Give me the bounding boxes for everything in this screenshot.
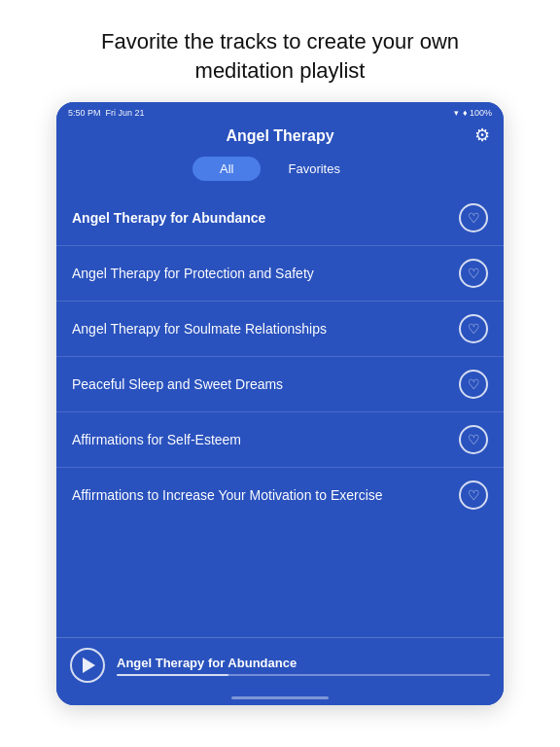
track-name: Peaceful Sleep and Sweet Dreams bbox=[72, 376, 459, 392]
track-name: Angel Therapy for Protection and Safety bbox=[72, 266, 459, 281]
status-right: ▾ ♦ 100% bbox=[454, 108, 492, 118]
signal-text: ♦ 100% bbox=[463, 108, 492, 118]
track-name: Affirmations for Self-Esteem bbox=[72, 432, 459, 447]
track-item[interactable]: Affirmations for Self-Esteem♡ bbox=[56, 412, 504, 468]
page-header: Favorite the tracks to create your own m… bbox=[62, 0, 498, 102]
app-header: Angel Therapy ⚙ bbox=[56, 120, 504, 151]
favorite-button[interactable]: ♡ bbox=[459, 370, 488, 399]
favorite-button[interactable]: ♡ bbox=[459, 314, 488, 343]
phone-mockup: 5:50 PM Fri Jun 21 ▾ ♦ 100% Angel Therap… bbox=[56, 102, 504, 705]
favorite-button[interactable]: ♡ bbox=[459, 259, 488, 288]
status-time: 5:50 PM Fri Jun 21 bbox=[68, 108, 145, 118]
player-bar: Angel Therapy for Abundance bbox=[56, 637, 504, 696]
player-progress-fill bbox=[117, 674, 228, 676]
app-title: Angel Therapy bbox=[226, 127, 333, 145]
status-bar: 5:50 PM Fri Jun 21 ▾ ♦ 100% bbox=[56, 102, 504, 120]
favorite-button[interactable]: ♡ bbox=[459, 203, 488, 232]
track-item[interactable]: Angel Therapy for Soulmate Relationships… bbox=[56, 302, 504, 357]
favorite-button[interactable]: ♡ bbox=[459, 480, 488, 510]
track-item[interactable]: Affirmations to Increase Your Motivation… bbox=[56, 468, 504, 522]
header-text-line2: meditation playlist bbox=[195, 58, 366, 83]
track-name: Affirmations to Increase Your Motivation… bbox=[72, 487, 459, 503]
tab-bar: All Favorites bbox=[56, 151, 504, 191]
tab-favorites[interactable]: Favorites bbox=[261, 157, 367, 181]
favorite-button[interactable]: ♡ bbox=[459, 425, 488, 454]
wifi-icon: ▾ bbox=[454, 108, 459, 118]
track-item[interactable]: Peaceful Sleep and Sweet Dreams♡ bbox=[56, 357, 504, 412]
settings-button[interactable]: ⚙ bbox=[474, 124, 490, 146]
tab-all[interactable]: All bbox=[192, 157, 261, 181]
track-item[interactable]: Angel Therapy for Abundance♡ bbox=[56, 191, 504, 246]
play-button[interactable] bbox=[70, 648, 105, 683]
player-progress-bar[interactable] bbox=[117, 674, 490, 676]
track-name: Angel Therapy for Abundance bbox=[72, 210, 459, 226]
track-item[interactable]: Angel Therapy for Protection and Safety♡ bbox=[56, 246, 504, 302]
bottom-handle-container bbox=[56, 696, 504, 705]
player-track-name: Angel Therapy for Abundance bbox=[117, 656, 490, 670]
header-text-line1: Favorite the tracks to create your own bbox=[101, 29, 459, 53]
handle-bar bbox=[231, 696, 329, 699]
track-name: Angel Therapy for Soulmate Relationships bbox=[72, 321, 459, 337]
play-icon bbox=[83, 658, 95, 673]
track-list: Angel Therapy for Abundance♡Angel Therap… bbox=[56, 191, 504, 637]
player-info: Angel Therapy for Abundance bbox=[117, 656, 490, 676]
